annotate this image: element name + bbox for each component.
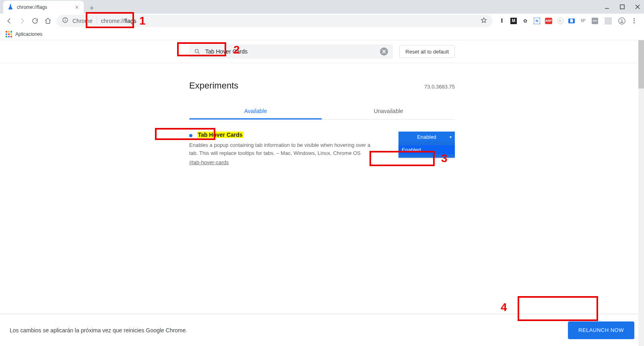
flask-icon <box>7 4 14 11</box>
bookmark-star-icon[interactable] <box>481 17 487 25</box>
bookmarks-bar: Aplicaciones <box>0 28 644 40</box>
svg-point-2 <box>65 19 66 20</box>
forward-icon[interactable] <box>19 17 26 25</box>
close-window-icon[interactable] <box>634 4 642 10</box>
omnibox-divider <box>97 17 97 25</box>
flag-state-select[interactable]: Enabled <box>398 132 455 142</box>
back-icon[interactable] <box>6 17 13 25</box>
address-bar[interactable]: Chrome chrome://flags <box>56 15 493 27</box>
bookmarks-apps-label[interactable]: Aplicaciones <box>15 31 42 37</box>
flag-title-label: Tab Hover Cards <box>197 132 244 138</box>
ext-icon-2[interactable]: M <box>510 18 517 24</box>
window-controls <box>603 0 642 14</box>
dropdown-peek-top <box>398 143 455 145</box>
ext-icon-abp[interactable]: ABP <box>545 18 552 24</box>
reload-icon[interactable] <box>31 17 39 25</box>
scrollbar-thumb[interactable] <box>638 40 644 89</box>
dropdown-peek-bot <box>398 154 455 157</box>
ext-icon-6[interactable]: K <box>557 18 564 24</box>
home-icon[interactable] <box>44 17 52 25</box>
browser-toolbar: Chrome chrome://flags I M ✿ N ABP K 📄 M*… <box>0 14 644 28</box>
chrome-version-label: 73.0.3683.75 <box>424 84 455 90</box>
tab-available[interactable]: Available <box>189 103 322 119</box>
tab-unavailable-label: Unavailable <box>374 108 403 114</box>
omnibox-url-path: flags <box>124 18 136 24</box>
toolbar-separator <box>605 17 612 25</box>
svg-point-3 <box>621 19 623 21</box>
page-content-area: Reset all to default Experiments 73.0.36… <box>0 40 644 346</box>
relaunch-message: Los cambios se aplicarán la próxima vez … <box>10 327 187 334</box>
dropdown-option-enabled[interactable]: Enabled <box>398 145 455 154</box>
chrome-menu-icon[interactable] <box>630 17 638 25</box>
extension-icons: I M ✿ N ABP K 📄 M* </> <box>495 17 641 25</box>
experiments-tabs: Available Unavailable <box>189 103 455 119</box>
flag-state-dropdown[interactable]: Enabled <box>398 142 455 158</box>
tab-unavailable[interactable]: Unavailable <box>322 103 455 119</box>
tab-available-label: Available <box>244 108 267 114</box>
dropdown-option-enabled-label: Enabled <box>402 147 421 153</box>
flag-description: Enables a popup containing tab informati… <box>177 141 378 157</box>
ext-icon-9[interactable]: </> <box>592 18 598 24</box>
ext-icon-4[interactable]: N <box>534 18 540 24</box>
ext-icon-7[interactable]: 📄 <box>568 19 575 23</box>
omnibox-url: chrome://flags <box>101 18 136 24</box>
relaunch-button[interactable]: RELAUNCH NOW <box>568 321 634 339</box>
ext-icon-3[interactable]: ✿ <box>522 17 529 25</box>
flag-state-select-value: Enabled <box>417 134 436 140</box>
browser-tabstrip: chrome://flags <box>0 0 644 14</box>
flag-modified-dot-icon <box>189 134 192 137</box>
profile-avatar-icon[interactable] <box>618 17 625 25</box>
flag-anchor-link[interactable]: #tab-hover-cards <box>189 159 229 165</box>
browser-tab-active[interactable]: chrome://flags <box>3 1 84 14</box>
new-tab-button[interactable] <box>86 2 97 14</box>
page-title: Experiments <box>189 80 238 91</box>
browser-tab-title: chrome://flags <box>17 4 71 10</box>
vertical-scrollbar[interactable] <box>638 40 644 346</box>
site-info-icon[interactable] <box>62 17 68 25</box>
relaunch-button-label: RELAUNCH NOW <box>578 327 624 333</box>
ext-icon-8[interactable]: M* <box>580 17 587 25</box>
omnibox-url-scheme: chrome:// <box>101 18 124 24</box>
svg-rect-0 <box>620 5 624 9</box>
ext-icon-1[interactable]: I <box>498 17 506 25</box>
flag-item-tab-hover-cards: Tab Hover Cards Enables a popup containi… <box>189 132 455 165</box>
relaunch-bar: Los cambios se aplicarán la próxima vez … <box>0 314 644 346</box>
close-icon[interactable] <box>74 4 80 10</box>
minimize-icon[interactable] <box>603 4 611 10</box>
maximize-icon[interactable] <box>618 4 626 9</box>
apps-grid-icon[interactable] <box>6 31 12 37</box>
omnibox-prefix-label: Chrome <box>72 18 93 24</box>
